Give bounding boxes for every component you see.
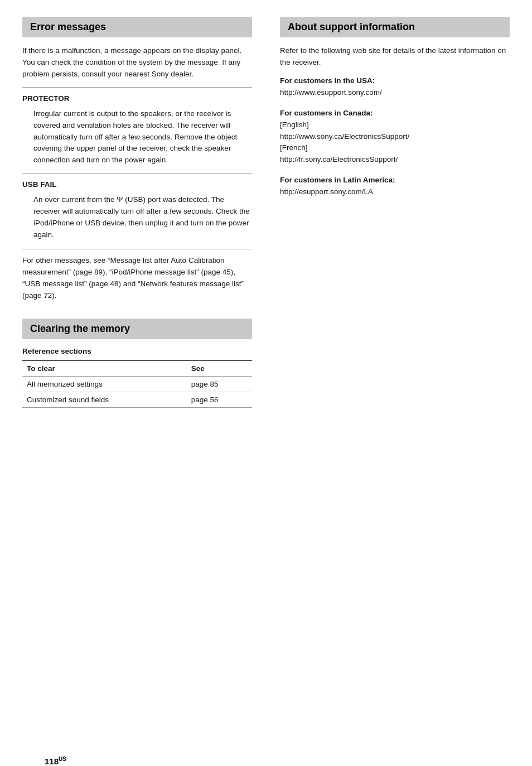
support-usa: For customers in the USA: http://www.esu…	[280, 75, 510, 99]
clearing-memory-section: Clearing the memory Reference sections T…	[22, 319, 252, 408]
protector-title: PROTECTOR	[22, 87, 252, 105]
canada-english-url: http://www.sony.ca/ElectronicsSupport/	[280, 131, 510, 143]
canada-label: For customers in Canada:	[280, 108, 510, 119]
page-number-text: 118	[45, 757, 59, 766]
protector-body: Irregular current is output to the speak…	[22, 108, 252, 167]
clearing-memory-title: Clearing the memory	[30, 323, 244, 335]
clearing-memory-header: Clearing the memory	[22, 319, 252, 339]
latin-america-label: For customers in Latin America:	[280, 175, 510, 186]
canada-french-tag: [French]	[280, 142, 510, 154]
error-messages-intro: If there is a malfunction, a message app…	[22, 45, 252, 80]
reference-sections-label: Reference sections	[22, 347, 252, 355]
about-support-body: Refer to the following web site for deta…	[280, 45, 510, 198]
table-row: All memorized settings page 85	[22, 376, 252, 392]
usb-fail-title: USB FAIL	[22, 173, 252, 191]
table-row: Customized sound fields page 56	[22, 392, 252, 407]
error-messages-title: Error messages	[30, 21, 244, 33]
clearing-memory-table: To clear See All memorized settings page…	[22, 360, 252, 408]
error-protector: PROTECTOR Irregular current is output to…	[22, 87, 252, 167]
row1-page: page 85	[187, 376, 252, 392]
left-column: Error messages If there is a malfunction…	[22, 17, 258, 408]
canada-french-url: http://fr.sony.ca/ElectronicsSupport/	[280, 154, 510, 166]
error-messages-body: If there is a malfunction, a message app…	[22, 45, 252, 241]
usb-fail-text: An over current from the Ψ (USB) port wa…	[33, 195, 250, 239]
canada-english-tag: [English]	[280, 119, 510, 131]
col-to-clear-header: To clear	[22, 360, 187, 377]
usa-link: http://www.esupport.sony.com/	[280, 87, 510, 99]
about-support-header: About support information	[280, 17, 510, 37]
row2-page: page 56	[187, 392, 252, 407]
about-support-title: About support information	[288, 21, 502, 33]
support-latin-america: For customers in Latin America: http://e…	[280, 175, 510, 198]
error-usb-fail: USB FAIL An over current from the Ψ (USB…	[22, 173, 252, 241]
row1-item: All memorized settings	[22, 376, 187, 392]
support-canada: For customers in Canada: [English] http:…	[280, 108, 510, 166]
right-column: About support information Refer to the f…	[274, 17, 510, 408]
usa-label: For customers in the USA:	[280, 75, 510, 87]
latin-america-url: http://esupport.sony.com/LA	[280, 186, 510, 198]
other-messages: For other messages, see “Message list af…	[22, 249, 252, 302]
row2-item: Customized sound fields	[22, 392, 187, 407]
page-number-suffix: US	[59, 756, 66, 762]
col-see-header: See	[187, 360, 252, 377]
page-number: 118US	[45, 756, 66, 766]
error-messages-header: Error messages	[22, 17, 252, 37]
support-intro: Refer to the following web site for deta…	[280, 45, 510, 69]
table-header-row: To clear See	[22, 360, 252, 377]
usb-fail-body: An over current from the Ψ (USB) port wa…	[22, 194, 252, 241]
